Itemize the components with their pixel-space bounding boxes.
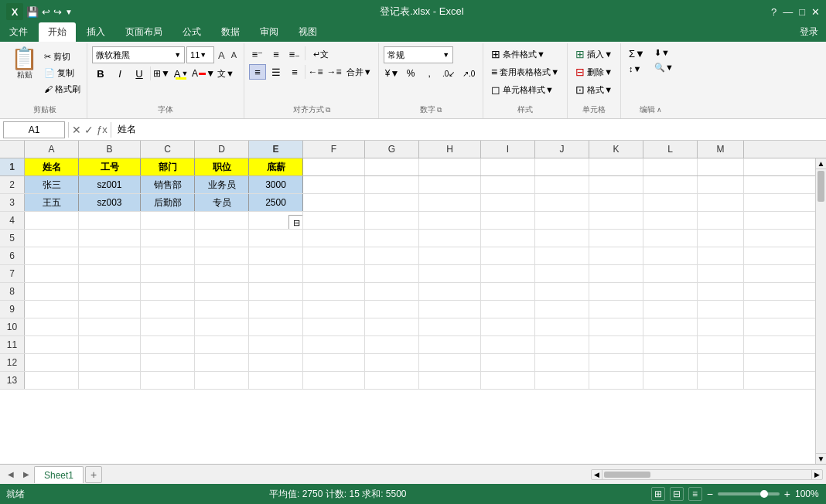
cell-J11[interactable] [535,336,589,353]
row-number-6[interactable]: 6 [0,247,25,264]
cell-L4[interactable] [643,212,698,229]
scroll-left-button[interactable]: ◀ [592,470,602,479]
col-header-L[interactable]: L [643,141,698,158]
cell-J12[interactable] [535,354,589,371]
cut-button[interactable]: ✂ 剪切 [43,49,82,64]
align-top-button[interactable]: ≡⁻ [249,46,266,62]
cell-H4[interactable] [419,212,481,229]
underline-button[interactable]: U [131,66,148,81]
cell-A11[interactable] [25,336,79,353]
cell-E10[interactable] [249,318,303,335]
cell-I5[interactable] [481,230,535,247]
cell-K10[interactable] [589,318,643,335]
align-left-button[interactable]: ≡ [249,64,266,80]
cell-A12[interactable] [25,354,79,371]
cell-L8[interactable] [643,283,698,300]
cell-L2[interactable] [643,176,698,193]
cell-I12[interactable] [481,354,535,371]
format-as-table-button[interactable]: ≡ 套用表格格式▼ [488,64,562,80]
cell-K12[interactable] [589,354,643,371]
tab-file[interactable]: 文件 [0,22,37,42]
font-color-button[interactable]: A▼ [192,66,215,81]
cell-A2[interactable]: 张三 [25,176,79,193]
page-layout-view-button[interactable]: ⊟ [670,487,684,501]
help-button[interactable]: ? [771,6,777,18]
increase-indent-button[interactable]: →≡ [326,64,343,80]
cell-H12[interactable] [419,354,481,371]
cell-I6[interactable] [481,247,535,264]
cell-J13[interactable] [535,372,589,389]
row-number-11[interactable]: 11 [0,336,25,353]
cell-A10[interactable] [25,318,79,335]
cell-M1[interactable] [698,158,744,175]
cell-B6[interactable] [79,247,141,264]
cell-F3[interactable] [303,194,365,211]
cell-B9[interactable] [79,301,141,318]
col-header-D[interactable]: D [195,141,249,158]
cell-D10[interactable] [195,318,249,335]
cell-J9[interactable] [535,301,589,318]
cell-B4[interactable] [79,212,141,229]
cell-F5[interactable] [303,230,365,247]
cell-B3[interactable]: sz003 [79,194,141,211]
paste-options-icon[interactable]: ⊟ [288,215,303,229]
cell-F13[interactable] [303,372,365,389]
comma-button[interactable]: , [421,66,438,81]
cell-K8[interactable] [589,283,643,300]
sort-filter-button[interactable]: ↕▼ [626,63,648,75]
col-header-K[interactable]: K [589,141,643,158]
merge-cells-button[interactable]: 合并▼ [344,64,374,80]
delete-cells-button[interactable]: ⊟ 删除▼ [572,64,616,80]
close-button[interactable]: ✕ [811,6,820,18]
cell-I11[interactable] [481,336,535,353]
cell-B10[interactable] [79,318,141,335]
wrap-text-button[interactable]: ↵文 [307,46,335,62]
save-icon[interactable]: 💾 [26,6,39,18]
tab-formulas[interactable]: 公式 [173,22,210,42]
cell-E1[interactable]: 底薪 [249,158,303,175]
cell-A13[interactable] [25,372,79,389]
cell-H10[interactable] [419,318,481,335]
cell-C10[interactable] [141,318,195,335]
scroll-right-button[interactable]: ▶ [811,470,822,479]
cell-D12[interactable] [195,354,249,371]
col-header-C[interactable]: C [141,141,195,158]
cell-D1[interactable]: 职位 [195,158,249,175]
cell-J5[interactable] [535,230,589,247]
cell-M5[interactable] [698,230,744,247]
cell-H7[interactable] [419,265,481,282]
tab-data[interactable]: 数据 [212,22,249,42]
cell-E13[interactable] [249,372,303,389]
formula-input[interactable] [114,121,823,138]
cell-B1[interactable]: 工号 [79,158,141,175]
scroll-down-button[interactable]: ▼ [816,453,826,464]
insert-function-icon[interactable]: ƒx [97,124,108,135]
col-header-M[interactable]: M [698,141,744,158]
tab-review[interactable]: 审阅 [251,22,288,42]
cell-H1[interactable] [419,158,481,175]
normal-view-button[interactable]: ⊞ [651,487,665,501]
decrease-indent-button[interactable]: ←≡ [307,64,324,80]
cell-A6[interactable] [25,247,79,264]
cell-K5[interactable] [589,230,643,247]
cell-D11[interactable] [195,336,249,353]
cell-C11[interactable] [141,336,195,353]
cell-H8[interactable] [419,283,481,300]
row-number-5[interactable]: 5 [0,230,25,247]
cell-C9[interactable] [141,301,195,318]
undo-icon[interactable]: ↩ [42,6,50,18]
cell-M2[interactable] [698,176,744,193]
cell-F10[interactable] [303,318,365,335]
cell-M6[interactable] [698,247,744,264]
cell-D8[interactable] [195,283,249,300]
row-number-1[interactable]: 1 [0,158,25,175]
currency-button[interactable]: ¥▼ [384,66,401,81]
cell-E8[interactable] [249,283,303,300]
add-sheet-button[interactable]: + [85,466,102,483]
cell-J1[interactable] [535,158,589,175]
cancel-formula-icon[interactable]: ✕ [72,124,81,136]
conditional-format-button[interactable]: ⊞ 条件格式▼ [488,46,562,62]
cell-K11[interactable] [589,336,643,353]
find-select-button[interactable]: 🔍▼ [651,61,677,74]
cell-B5[interactable] [79,230,141,247]
